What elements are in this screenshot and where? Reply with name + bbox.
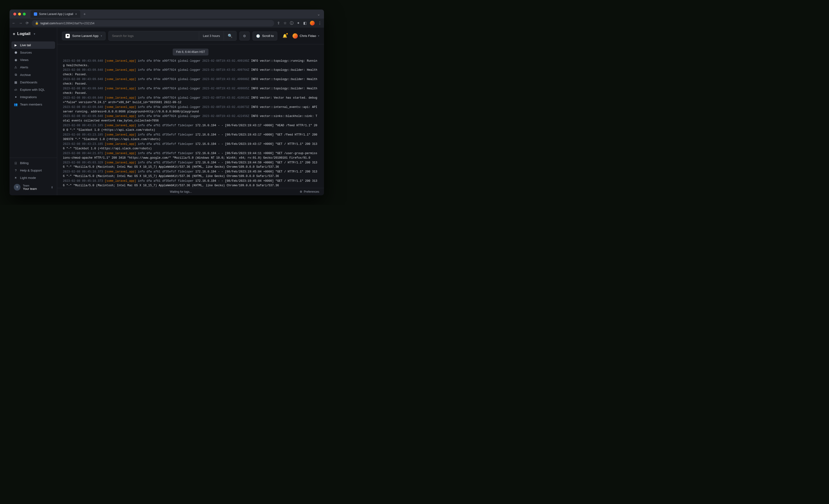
- scroll-label: Scroll to: [262, 34, 274, 38]
- chevron-down-icon: ▾: [101, 35, 102, 37]
- chevron-down-icon[interactable]: ⌄: [317, 12, 320, 16]
- log-source: [some_laravel_app]: [105, 152, 136, 155]
- search-input[interactable]: [109, 32, 199, 40]
- log-line[interactable]: 2023-02-08 09:45:03.329 [some_laravel_ap…: [63, 160, 318, 170]
- sidebar-item-integrations[interactable]: ✦Integrations: [11, 94, 55, 101]
- log-line[interactable]: 2023-02-08 09:43:09.640 [some_laravel_ap…: [63, 96, 318, 105]
- new-tab-button[interactable]: ＋: [83, 12, 86, 17]
- log-line[interactable]: 2023-02-08 09:43:09.640 [some_laravel_ap…: [63, 114, 318, 123]
- nav-label: Billing: [20, 161, 29, 165]
- team-switcher[interactable]: Y Team Your team ▴▾: [11, 181, 55, 193]
- search-button[interactable]: 🔍: [224, 31, 236, 40]
- user-menu[interactable]: Chris Fidao ▾: [292, 33, 319, 39]
- log-viewer[interactable]: Feb 8, 6:44:46am HST 2023-02-08 09:43:09…: [57, 44, 324, 188]
- nav-label: Views: [20, 58, 29, 62]
- panel-icon[interactable]: ◧: [303, 21, 307, 25]
- log-source: [some_laravel_app]: [105, 161, 136, 164]
- log-line[interactable]: 2023-02-08 09:43:23.185 [some_laravel_ap…: [63, 123, 318, 133]
- nav-label: Alerts: [20, 66, 28, 69]
- url-input[interactable]: 🔒 logtail.com/team/139942/tail?s=232154: [32, 20, 274, 27]
- sidebar-item-help-&-support[interactable]: ?Help & Support: [11, 167, 55, 174]
- brand[interactable]: ⟐ Logtail ▾: [9, 28, 57, 40]
- log-timestamp: 2023-02-08 09:43:09.640: [63, 87, 103, 90]
- log-meta: info dfw af61 df35efcf fideloper: [138, 161, 194, 164]
- topbar: ✸ Some Laravel App ▾ Last 3 hours 🔍 ⚙ 🕒: [57, 28, 324, 44]
- nav-icon: ▦: [14, 80, 17, 84]
- sidebar-item-archive[interactable]: ⧉Archive: [11, 71, 55, 79]
- statusbar: Waiting for logs... ⚙ Preferences: [57, 188, 324, 195]
- sidebar-item-dashboards[interactable]: ▦Dashboards: [11, 79, 55, 86]
- log-source: [some_laravel_app]: [105, 170, 136, 173]
- log-line[interactable]: 2023-02-08 09:44:21.871 [some_laravel_ap…: [63, 151, 318, 160]
- sidebar-item-sources[interactable]: ⬢Sources: [11, 49, 55, 56]
- browser-tabstrip: Some Laravel App | Logtail × ＋ ⌄: [9, 9, 324, 19]
- profile-avatar-icon[interactable]: [310, 21, 315, 26]
- user-name: Chris Fidao: [300, 34, 316, 38]
- log-meta: info dfw 8f4e a90f7924 global-logger: [138, 68, 201, 72]
- source-selector[interactable]: ✸ Some Laravel App ▾: [62, 32, 106, 40]
- bookmark-icon[interactable]: ☆: [284, 21, 287, 25]
- log-line[interactable]: 2023-02-08 09:43:23.185 [some_laravel_ap…: [63, 133, 318, 142]
- extensions-icon[interactable]: ✦: [297, 21, 300, 25]
- search-icon: 🔍: [228, 34, 232, 38]
- updown-icon: ▴▾: [51, 186, 52, 189]
- log-line[interactable]: 2023-02-08 09:45:10.373 [some_laravel_ap…: [63, 179, 318, 188]
- time-range-selector[interactable]: Last 3 hours: [199, 32, 224, 40]
- sidebar: ⟐ Logtail ▾ ▶Live tail⬢Sources◉Views⚠Ale…: [9, 28, 57, 195]
- log-source: [some_laravel_app]: [105, 78, 136, 81]
- log-source: [some_laravel_app]: [105, 115, 136, 118]
- favicon-icon: [34, 12, 37, 16]
- back-button[interactable]: ←: [12, 21, 15, 25]
- bell-icon: 🔔: [283, 34, 287, 38]
- log-line[interactable]: 2023-02-08 09:43:09.640 [some_laravel_ap…: [63, 105, 318, 114]
- team-name: Your team: [23, 187, 37, 190]
- query-builder-button[interactable]: ⚙: [240, 31, 250, 40]
- log-line[interactable]: 2023-02-08 09:43:09.640 [some_laravel_ap…: [63, 86, 318, 96]
- window-minimize-icon[interactable]: [18, 13, 21, 15]
- log-timestamp: 2023-02-08 09:43:09.640: [63, 68, 103, 72]
- scroll-to-button[interactable]: 🕒 Scroll to: [253, 31, 277, 40]
- log-meta: info dfw 8f4e a90f7924 global-logger: [138, 78, 201, 81]
- log-source: [some_laravel_app]: [105, 59, 136, 63]
- reload-button[interactable]: ⟳: [26, 21, 29, 25]
- log-timestamp: 2023-02-08 09:43:23.185: [63, 142, 103, 146]
- sidebar-item-team-members[interactable]: 👥Team members: [11, 101, 55, 108]
- sidebar-item-alerts[interactable]: ⚠Alerts: [11, 64, 55, 71]
- window-close-icon[interactable]: [13, 13, 16, 15]
- log-timestamp: 2023-02-08 09:43:09.640: [63, 106, 103, 109]
- share-icon[interactable]: ⇪: [277, 21, 280, 25]
- log-line[interactable]: 2023-02-08 09:43:09.640 [some_laravel_ap…: [63, 59, 318, 68]
- browser-tab[interactable]: Some Laravel App | Logtail ×: [31, 10, 80, 18]
- preferences-button[interactable]: ⚙ Preferences: [300, 190, 319, 193]
- log-line[interactable]: 2023-02-08 09:43:23.185 [some_laravel_ap…: [63, 142, 318, 151]
- log-timestamp: 2023-02-08 09:45:10.373: [63, 179, 103, 183]
- url-host: logtail.com: [40, 22, 55, 25]
- close-tab-icon[interactable]: ×: [75, 12, 77, 16]
- log-line[interactable]: 2023-02-08 09:43:09.640 [some_laravel_ap…: [63, 77, 318, 86]
- log-source: [some_laravel_app]: [105, 96, 136, 100]
- log-source: [some_laravel_app]: [105, 179, 136, 183]
- sidebar-item-billing[interactable]: ⌸Billing: [11, 159, 55, 167]
- log-timestamp: 2023-02-08 09:44:21.871: [63, 152, 103, 155]
- log-iso: 2023-02-08T19:43:02.422456Z: [202, 115, 249, 118]
- sidebar-item-explore-with-sql[interactable]: ‹/›Explore with SQL: [11, 86, 55, 94]
- log-meta: info dfw af61 df35efcf fideloper: [138, 152, 194, 155]
- kebab-menu-icon[interactable]: ⋮: [318, 21, 322, 25]
- sidebar-item-light-mode[interactable]: ☀Light mode: [11, 174, 55, 181]
- log-meta: info dfw af61 df35efcf fideloper: [138, 124, 194, 127]
- sidebar-item-live-tail[interactable]: ▶Live tail: [11, 41, 55, 49]
- log-line[interactable]: 2023-02-08 09:43:09.640 [some_laravel_ap…: [63, 68, 318, 77]
- nav-label: Dashboards: [20, 80, 37, 84]
- window-maximize-icon[interactable]: [23, 13, 26, 15]
- log-iso: 2023-02-08T19:43:02.410073Z: [202, 106, 249, 109]
- info-icon[interactable]: ⓘ: [290, 21, 293, 26]
- nav-label: Archive: [20, 73, 31, 77]
- sidebar-item-views[interactable]: ◉Views: [11, 56, 55, 64]
- forward-button[interactable]: →: [19, 21, 23, 25]
- log-line[interactable]: 2023-02-08 09:45:10.373 [some_laravel_ap…: [63, 170, 318, 179]
- log-meta: info dfw 8f4e a90f7924 global-logger: [138, 115, 201, 118]
- nav-label: Explore with SQL: [20, 88, 45, 92]
- notifications-button[interactable]: 🔔: [283, 34, 287, 38]
- nav-label: Live tail: [20, 43, 31, 47]
- log-timestamp: 2023-02-08 09:43:23.185: [63, 124, 103, 127]
